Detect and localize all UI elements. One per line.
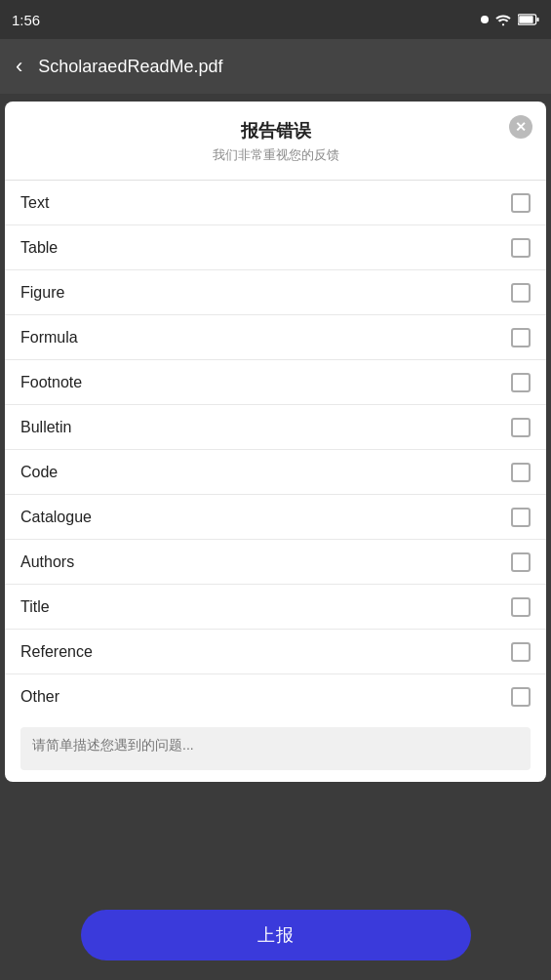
list-item[interactable]: Reference: [5, 630, 546, 674]
item-label: Other: [20, 688, 59, 706]
list-item[interactable]: Code: [5, 450, 546, 495]
svg-rect-3: [536, 18, 538, 21]
item-label: Text: [20, 194, 49, 212]
code-checkbox[interactable]: [511, 463, 531, 482]
battery-icon: [518, 14, 539, 25]
app-title: ScholaraedReadMe.pdf: [38, 57, 222, 77]
svg-point-0: [481, 16, 489, 23]
app-bar: ‹ ScholaraedReadMe.pdf: [0, 39, 551, 94]
table-checkbox[interactable]: [511, 238, 531, 258]
catalogue-checkbox[interactable]: [511, 508, 531, 527]
submit-btn-container: 上报: [0, 910, 551, 960]
item-label: Catalogue: [20, 509, 92, 526]
item-label: Reference: [20, 643, 93, 661]
other-checkbox[interactable]: [511, 687, 531, 707]
back-button[interactable]: ‹: [16, 54, 22, 79]
list-item[interactable]: Authors: [5, 540, 546, 585]
dialog-title: 报告错误: [20, 119, 531, 143]
list-item[interactable]: Text: [5, 181, 546, 225]
item-label: Authors: [20, 553, 74, 571]
status-icons: [481, 13, 539, 26]
reference-checkbox[interactable]: [511, 642, 531, 662]
notification-dot-icon: [481, 16, 489, 23]
list-item[interactable]: Table: [5, 225, 546, 270]
item-label: Formula: [20, 329, 78, 347]
list-item[interactable]: Title: [5, 585, 546, 630]
bulletin-checkbox[interactable]: [511, 418, 531, 437]
report-dialog: 报告错误 我们非常重视您的反馈 ✕ Text Table Figure Form…: [5, 102, 546, 782]
dialog-header: 报告错误 我们非常重视您的反馈 ✕: [5, 102, 546, 181]
description-input[interactable]: [20, 727, 531, 770]
list-item[interactable]: Bulletin: [5, 405, 546, 450]
list-item[interactable]: Footnote: [5, 360, 546, 405]
authors-checkbox[interactable]: [511, 552, 531, 572]
svg-rect-2: [519, 16, 532, 23]
footnote-checkbox[interactable]: [511, 373, 531, 392]
figure-checkbox[interactable]: [511, 283, 531, 303]
item-label: Code: [20, 464, 58, 481]
checkbox-list: Text Table Figure Formula Footnote Bulle…: [5, 181, 546, 719]
status-bar: 1:56: [0, 0, 551, 39]
item-label: Table: [20, 239, 58, 257]
formula-checkbox[interactable]: [511, 328, 531, 347]
item-label: Figure: [20, 284, 64, 302]
wifi-icon: [494, 13, 512, 26]
list-item[interactable]: Catalogue: [5, 495, 546, 540]
close-button[interactable]: ✕: [509, 115, 532, 139]
item-label: Footnote: [20, 374, 82, 391]
list-item[interactable]: Figure: [5, 270, 546, 315]
submit-button[interactable]: 上报: [81, 910, 471, 960]
title-checkbox[interactable]: [511, 597, 531, 617]
item-label: Bulletin: [20, 419, 71, 436]
list-item[interactable]: Formula: [5, 315, 546, 360]
dialog-overlay: 报告错误 我们非常重视您的反馈 ✕ Text Table Figure Form…: [0, 94, 551, 980]
dialog-subtitle: 我们非常重视您的反馈: [20, 146, 531, 172]
list-item[interactable]: Other: [5, 674, 546, 719]
status-time: 1:56: [12, 12, 40, 28]
text-checkbox[interactable]: [511, 193, 531, 213]
item-label: Title: [20, 598, 50, 616]
